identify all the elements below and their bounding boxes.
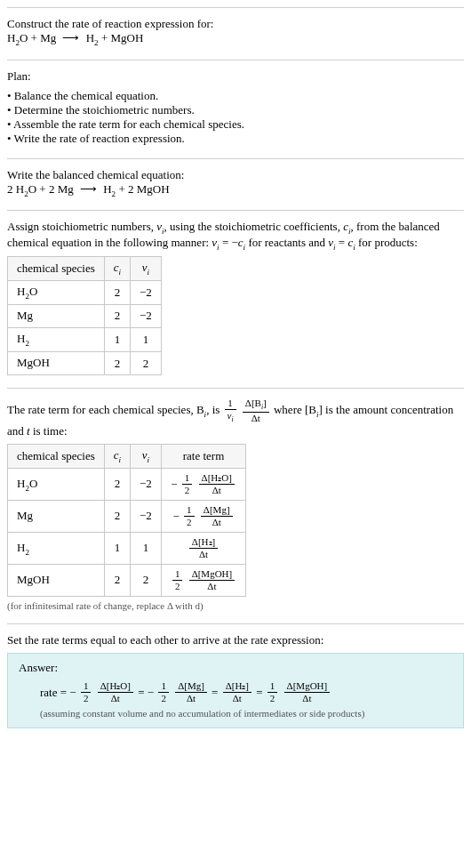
sign: −: [173, 509, 180, 522]
species-cell: Mg: [8, 500, 105, 532]
eq-rhs-1: H: [86, 31, 94, 44]
nui-cell: 1: [131, 532, 162, 564]
sign: −: [148, 685, 154, 698]
fraction: Δ[Bi] Δt: [243, 398, 269, 424]
nui-cell: 2: [131, 564, 162, 596]
frac-den: Δt: [243, 413, 269, 424]
fraction: Δ[H₂]Δt: [223, 680, 251, 704]
species-cell: MgOH: [8, 564, 105, 596]
table-row: Mg 2 −2: [8, 304, 162, 328]
col-rate: rate term: [161, 445, 245, 469]
ci-cell: 2: [104, 304, 130, 328]
species-cell: H2: [8, 532, 105, 564]
ci-cell: 2: [104, 500, 130, 532]
rate-cell: Δ[H₂]Δt: [161, 532, 245, 564]
plan-title: Plan:: [7, 69, 464, 84]
arrow-icon: ⟶: [62, 31, 79, 44]
table-row: H2 1 1: [8, 328, 162, 352]
eq-lhs-1-tail: O + Mg: [20, 31, 56, 44]
balanced-title: Write the balanced chemical equation:: [7, 168, 464, 182]
table-row: Mg 2 −2 − 12 Δ[Mg]Δt: [8, 500, 246, 532]
rt-text: is time:: [30, 424, 68, 438]
answer-box: Answer: rate = − 12 Δ[H₂O]Δt = − 12 Δ[Mg…: [7, 653, 464, 728]
nui-cell: −2: [131, 468, 162, 500]
fraction: Δ[H₂]Δt: [189, 536, 218, 560]
species-cell: MgOH: [8, 351, 105, 375]
ci-cell: 2: [104, 280, 130, 304]
fraction: 12: [184, 504, 195, 528]
col-ci: ci: [104, 445, 130, 469]
fraction: 12: [172, 568, 183, 592]
plan-item: Determine the stoichiometric numbers.: [7, 103, 464, 117]
bal-rhs: H: [103, 182, 111, 196]
rate-expression: rate = − 12 Δ[H₂O]Δt = − 12 Δ[Mg]Δt = Δ[…: [40, 680, 452, 704]
fraction: 12: [182, 472, 193, 496]
equals: =: [256, 685, 266, 698]
stoich-section: Assign stoichiometric numbers, νi, using…: [7, 210, 464, 388]
col-ci: ci: [104, 257, 130, 281]
balanced-equation: 2 H2O + 2 Mg ⟶ H2 + 2 MgOH: [7, 182, 464, 198]
table-row: H2O 2 −2: [8, 280, 162, 304]
plan-item: Balance the chemical equation.: [7, 89, 464, 103]
stoich-text: for reactants and: [245, 236, 328, 249]
fraction: 12: [267, 680, 278, 704]
rate-cell: 12 Δ[MgOH]Δt: [161, 564, 245, 596]
rate-label: rate =: [40, 685, 69, 698]
stoich-intro: Assign stoichiometric numbers, νi, using…: [7, 220, 464, 251]
prompt-section: Construct the rate of reaction expressio…: [7, 7, 464, 60]
nui-cell: −2: [131, 500, 162, 532]
table-header-row: chemical species ci νi rate term: [8, 445, 246, 469]
fraction: Δ[H₂O]Δt: [98, 680, 133, 704]
table-row: H2O 2 −2 − 12 Δ[H₂O]Δt: [8, 468, 246, 500]
plan-list: Balance the chemical equation. Determine…: [7, 89, 464, 146]
bal-lhs: 2 H: [7, 182, 24, 196]
eq-lhs-1: H: [7, 31, 15, 44]
bal-rhs-tail: + 2 MgOH: [116, 182, 169, 196]
nui-cell: 2: [131, 351, 162, 375]
eq-rhs-tail: + MgOH: [99, 31, 144, 44]
table-row: MgOH 2 2: [8, 351, 162, 375]
fraction: Δ[H₂O]Δt: [199, 472, 235, 496]
rate-cell: − 12 Δ[Mg]Δt: [161, 500, 245, 532]
stoich-text: for products:: [355, 236, 418, 249]
fraction: Δ[MgOH]Δt: [189, 568, 236, 592]
rt-text: , is: [206, 403, 222, 416]
stoich-text: =: [336, 236, 348, 249]
species-cell: H2O: [8, 468, 105, 500]
ci-cell: 1: [104, 532, 130, 564]
col-nui: νi: [131, 445, 162, 469]
species-cell: Mg: [8, 304, 105, 328]
sign: −: [171, 477, 177, 490]
fraction: 1 νi: [225, 398, 236, 424]
species-cell: H2: [8, 328, 105, 352]
col-nui: νi: [131, 257, 162, 281]
ci-cell: 2: [104, 351, 130, 375]
unbalanced-equation: H2O + Mg ⟶ H2 + MgOH: [7, 31, 464, 47]
final-section: Set the rate terms equal to each other t…: [7, 623, 464, 741]
answer-label: Answer:: [19, 661, 452, 675]
rateterm-table: chemical species ci νi rate term H2O 2 −…: [7, 444, 246, 597]
col-species: chemical species: [8, 445, 105, 469]
col-species: chemical species: [8, 257, 105, 281]
stoich-text: Assign stoichiometric numbers,: [7, 220, 156, 233]
equals: =: [212, 685, 221, 698]
fraction: Δ[Mg]Δt: [175, 680, 207, 704]
rateterm-section: The rate term for each chemical species,…: [7, 388, 464, 623]
stoich-text: = −: [220, 236, 238, 249]
rate-cell: − 12 Δ[H₂O]Δt: [161, 468, 245, 500]
fraction: Δ[MgOH]Δt: [284, 680, 331, 704]
table-row: MgOH 2 2 12 Δ[MgOH]Δt: [8, 564, 246, 596]
ci-cell: 2: [104, 468, 130, 500]
rt-text: The rate term for each chemical species,…: [7, 403, 204, 416]
table-header-row: chemical species ci νi: [8, 257, 162, 281]
fraction: 12: [81, 680, 92, 704]
balanced-section: Write the balanced chemical equation: 2 …: [7, 158, 464, 211]
table-row: H2 1 1 Δ[H₂]Δt: [8, 532, 246, 564]
frac-den: νi: [225, 410, 236, 424]
prompt-text: Construct the rate of reaction expressio…: [7, 17, 464, 31]
final-title: Set the rate terms equal to each other t…: [7, 633, 464, 647]
rt-text: where [B: [274, 403, 316, 416]
arrow-icon: ⟶: [80, 182, 97, 196]
frac-num: 1: [225, 398, 236, 410]
sign: −: [69, 685, 76, 698]
